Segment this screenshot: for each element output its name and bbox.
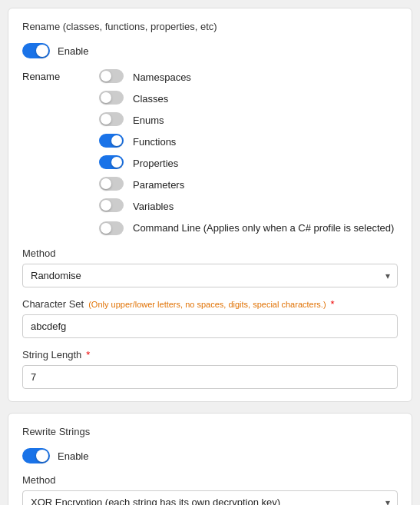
option-label-enums: Enums bbox=[133, 115, 164, 126]
option-row-functions: Functions bbox=[99, 134, 394, 149]
rename-section: Rename Namespaces Classes bbox=[22, 69, 398, 237]
toggle-enums[interactable] bbox=[99, 112, 127, 128]
method-group: Method Randomise ▾ bbox=[22, 248, 398, 287]
rewrite-strings-card: Rewrite Strings Enable Method XOR Encryp… bbox=[8, 413, 412, 505]
rewrite-strings-title: Rewrite Strings bbox=[22, 426, 398, 437]
strlen-label: String Length * bbox=[22, 349, 398, 360]
charset-group: Character Set (Only upper/lower letters,… bbox=[22, 298, 398, 338]
method-select[interactable]: Randomise bbox=[22, 264, 398, 287]
toggle-variables-thumb bbox=[101, 200, 111, 211]
option-label-variables: Variables bbox=[133, 201, 174, 212]
option-row-namespaces: Namespaces bbox=[99, 69, 394, 85]
rewrite-enable-label: Enable bbox=[58, 450, 88, 462]
rewrite-enable-row: Enable bbox=[22, 448, 398, 463]
strlen-required: * bbox=[86, 349, 90, 360]
rewrite-method-select-wrapper: XOR Encryption (each string has its own … bbox=[22, 490, 398, 505]
toggle-enums-thumb bbox=[101, 114, 111, 125]
strlen-group: String Length * bbox=[22, 349, 398, 389]
option-label-namespaces: Namespaces bbox=[133, 71, 191, 83]
rename-label: Rename bbox=[22, 69, 99, 237]
rewrite-method-label: Method bbox=[22, 474, 398, 486]
toggle-properties-thumb bbox=[111, 157, 122, 168]
toggle-commandline-thumb bbox=[101, 223, 111, 234]
toggle-parameters[interactable] bbox=[99, 177, 127, 192]
toggle-functions-thumb bbox=[111, 135, 122, 146]
option-row-properties: Properties bbox=[99, 155, 394, 171]
option-label-functions: Functions bbox=[133, 136, 176, 148]
rename-card: Rename (classes, functions, properties, … bbox=[8, 8, 412, 402]
strlen-input[interactable] bbox=[22, 365, 398, 389]
enable-toggle-thumb bbox=[36, 45, 48, 57]
method-select-wrapper: Randomise ▾ bbox=[22, 264, 398, 287]
rewrite-enable-toggle-track[interactable] bbox=[22, 448, 50, 463]
option-row-variables: Variables bbox=[99, 198, 394, 214]
option-row-commandline: Command Line (Applies only when a C# pro… bbox=[99, 220, 394, 237]
toggle-commandline[interactable] bbox=[99, 221, 127, 237]
toggle-classes-thumb bbox=[101, 92, 111, 103]
option-row-parameters: Parameters bbox=[99, 177, 394, 192]
toggle-parameters-thumb bbox=[101, 178, 111, 189]
method-label: Method bbox=[22, 248, 398, 259]
toggle-properties-track[interactable] bbox=[99, 155, 124, 169]
option-row-enums: Enums bbox=[99, 112, 394, 128]
charset-required: * bbox=[331, 298, 335, 310]
charset-input[interactable] bbox=[22, 314, 398, 338]
option-label-parameters: Parameters bbox=[133, 179, 184, 191]
toggle-functions[interactable] bbox=[99, 134, 127, 149]
option-row-classes: Classes bbox=[99, 91, 394, 106]
toggle-enums-track[interactable] bbox=[99, 112, 124, 126]
toggle-namespaces[interactable] bbox=[99, 69, 127, 85]
rewrite-enable-toggle[interactable] bbox=[22, 448, 50, 463]
rewrite-method-group: Method XOR Encryption (each string has i… bbox=[22, 474, 398, 505]
rewrite-method-select[interactable]: XOR Encryption (each string has its own … bbox=[22, 490, 398, 505]
toggle-parameters-track[interactable] bbox=[99, 177, 124, 191]
enable-toggle[interactable] bbox=[22, 43, 50, 58]
toggle-variables-track[interactable] bbox=[99, 198, 124, 212]
toggle-functions-track[interactable] bbox=[99, 134, 124, 148]
toggle-properties[interactable] bbox=[99, 155, 127, 171]
toggle-classes[interactable] bbox=[99, 91, 127, 106]
toggle-namespaces-thumb bbox=[101, 71, 111, 81]
rewrite-enable-toggle-thumb bbox=[36, 450, 48, 462]
option-label-classes: Classes bbox=[133, 93, 168, 105]
option-label-commandline: Command Line (Applies only when a C# pro… bbox=[133, 221, 394, 235]
rename-options: Namespaces Classes Enums bbox=[99, 69, 394, 237]
toggle-classes-track[interactable] bbox=[99, 91, 124, 105]
toggle-namespaces-track[interactable] bbox=[99, 69, 124, 83]
rename-card-title: Rename (classes, functions, properties, … bbox=[22, 21, 398, 32]
charset-note: (Only upper/lower letters, no spaces, di… bbox=[88, 300, 326, 309]
enable-label: Enable bbox=[58, 45, 88, 57]
toggle-commandline-track[interactable] bbox=[99, 221, 124, 235]
toggle-variables[interactable] bbox=[99, 198, 127, 214]
charset-label: Character Set (Only upper/lower letters,… bbox=[22, 298, 398, 310]
option-label-properties: Properties bbox=[133, 158, 178, 169]
enable-toggle-track[interactable] bbox=[22, 43, 50, 58]
enable-row: Enable bbox=[22, 43, 398, 58]
